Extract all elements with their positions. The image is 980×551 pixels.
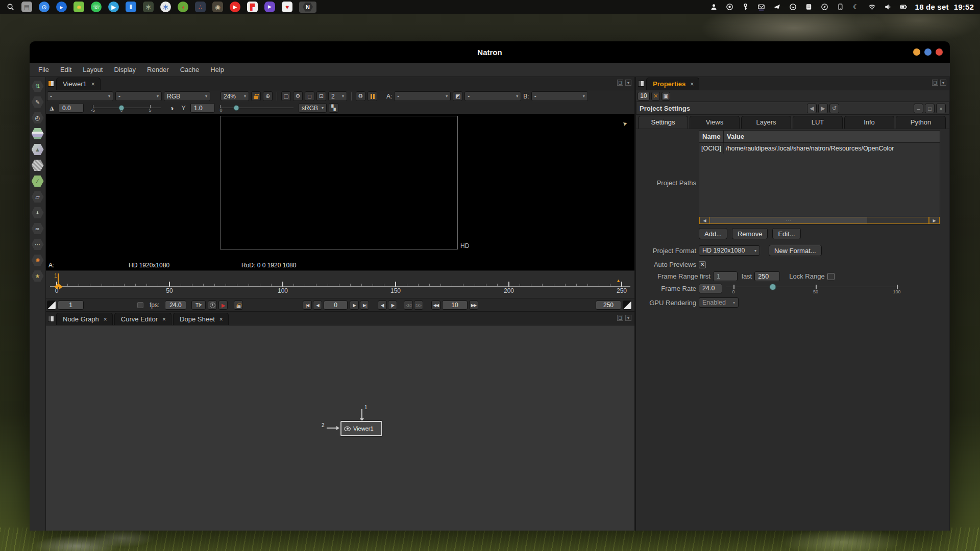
close-window-button[interactable] bbox=[936, 48, 943, 56]
new-format-button[interactable]: New Format... bbox=[769, 245, 822, 256]
zoom-lock-icon[interactable] bbox=[251, 91, 261, 101]
gain-value-field[interactable]: 0.0 bbox=[59, 103, 84, 113]
gain-slider[interactable]: -5 0 5 bbox=[93, 103, 161, 113]
archive-manager-icon[interactable]: ▤ bbox=[21, 2, 32, 12]
toolbox-color-icon[interactable]: ▲ bbox=[32, 144, 44, 155]
pane-menu-icon[interactable]: ▾ bbox=[625, 80, 631, 86]
whatsapp-icon[interactable]: ☏ bbox=[91, 2, 102, 12]
scroll-left-icon[interactable]: ◀ bbox=[699, 217, 710, 224]
trello-icon[interactable]: ‖ bbox=[126, 2, 136, 12]
max-panels-field[interactable]: 10 bbox=[638, 92, 650, 101]
range-end-field[interactable]: 250 bbox=[596, 300, 621, 310]
pause-updates-icon[interactable] bbox=[368, 91, 377, 101]
frame-advance-button[interactable]: ▶▶ bbox=[469, 300, 478, 310]
horizontal-scrollbar[interactable]: ◀ ··· ▶ bbox=[699, 217, 940, 224]
close-all-panels-button[interactable]: ✕ bbox=[651, 92, 660, 101]
wipe-mode-icon[interactable]: ◩ bbox=[453, 91, 462, 101]
full-frame-icon[interactable]: □ bbox=[305, 91, 314, 101]
first-frame-button[interactable]: |◀ bbox=[303, 300, 312, 310]
toolbox-gmic-icon[interactable]: ★ bbox=[32, 270, 44, 282]
wipe-operator-select[interactable]: -▾ bbox=[464, 91, 521, 101]
pane-menu-icon[interactable]: ▾ bbox=[625, 315, 631, 321]
tab-dope-sheet[interactable]: Dope Sheet × bbox=[173, 313, 229, 325]
clip-to-project-icon[interactable]: ▢ bbox=[281, 91, 291, 101]
frame-rate-field[interactable]: 24.0 bbox=[699, 284, 722, 293]
toolbox-image-icon[interactable]: ⇅ bbox=[32, 81, 44, 92]
youtube-music-icon[interactable]: ▶ bbox=[230, 2, 240, 12]
menu-cache[interactable]: Cache bbox=[175, 66, 205, 73]
menu-help[interactable]: Help bbox=[205, 66, 230, 73]
range-corner-button[interactable] bbox=[623, 300, 632, 310]
toolbox-views-icon[interactable]: ∞ bbox=[32, 223, 44, 234]
mail-status-icon[interactable] bbox=[757, 3, 766, 11]
frame-rate-handle[interactable] bbox=[770, 284, 776, 290]
solitaire-icon[interactable]: ♥ bbox=[282, 2, 292, 12]
node-input2-arrow[interactable] bbox=[327, 428, 337, 429]
table-row[interactable]: [OCIO] /home/rauldipeas/.local/share/nat… bbox=[699, 143, 940, 154]
toolbox-transform-icon[interactable]: + bbox=[32, 207, 44, 218]
render-settings-icon[interactable]: ⚙ bbox=[293, 91, 303, 101]
input-b-select[interactable]: -▾ bbox=[531, 91, 588, 101]
menu-edit[interactable]: Edit bbox=[55, 66, 77, 73]
close-tab-icon[interactable]: × bbox=[104, 316, 107, 323]
menu-layout[interactable]: Layout bbox=[77, 66, 108, 73]
tab-node-graph[interactable]: Node Graph × bbox=[56, 313, 113, 325]
frame-increment-field[interactable]: 10 bbox=[442, 300, 468, 310]
telegram-status-icon[interactable] bbox=[773, 3, 781, 11]
pane-layout-icon[interactable] bbox=[48, 81, 54, 87]
scroll-right-icon[interactable]: ▶ bbox=[929, 217, 940, 224]
input-a-select[interactable]: -▾ bbox=[394, 91, 451, 101]
tab-python[interactable]: Python bbox=[896, 116, 946, 129]
frame-rate-slider[interactable]: 0 50 100 bbox=[726, 282, 910, 294]
close-panel-icon[interactable]: × bbox=[936, 104, 946, 113]
frame-last-field[interactable]: 250 bbox=[754, 271, 780, 281]
telegram-icon[interactable]: ▶ bbox=[108, 2, 119, 12]
gamma-slider[interactable]: 0 bbox=[220, 103, 293, 113]
next-increment-button[interactable]: |▶ bbox=[388, 300, 397, 310]
tab-settings[interactable]: Settings bbox=[638, 116, 688, 129]
scrollbar-track[interactable]: ··· bbox=[710, 217, 929, 224]
do-not-disturb-moon-icon[interactable]: ☾ bbox=[852, 3, 861, 11]
previous-increment-button[interactable]: ◀| bbox=[378, 300, 387, 310]
toolbox-channel-icon[interactable] bbox=[32, 128, 44, 139]
smartphone-status-icon[interactable] bbox=[836, 3, 845, 11]
flower-app-icon[interactable]: ∗ bbox=[143, 2, 154, 12]
project-paths-table[interactable]: Name Value [OCIO] /home/rauldipeas/.loca… bbox=[699, 130, 940, 224]
battery-status-icon[interactable] bbox=[899, 3, 908, 11]
compass-status-icon[interactable] bbox=[820, 3, 829, 11]
timeline-mode-select[interactable]: Tl▾ bbox=[191, 300, 206, 310]
sync-viewers-icon[interactable]: ⊕ bbox=[263, 91, 273, 101]
sync-pointer-icon[interactable]: ➤ bbox=[622, 120, 628, 128]
minimize-panels-button[interactable]: ▣ bbox=[662, 92, 670, 101]
tab-viewer1[interactable]: Viewer1 × bbox=[56, 78, 101, 90]
fps-field[interactable]: 24.0 bbox=[165, 300, 186, 310]
tab-info[interactable]: Info bbox=[844, 116, 894, 129]
next-frame-button[interactable]: ▶ bbox=[350, 300, 359, 310]
refresh-viewer-icon[interactable]: ♻ bbox=[356, 91, 365, 101]
next-keyframe-button[interactable]: ▷▷ bbox=[414, 300, 423, 310]
playback-lock-icon[interactable] bbox=[234, 300, 243, 310]
float-pane-icon[interactable]: ❏ bbox=[617, 315, 623, 321]
minimize-window-button[interactable] bbox=[913, 48, 920, 56]
maximize-panel-icon[interactable]: □ bbox=[925, 104, 935, 113]
minimize-panel-icon[interactable]: – bbox=[914, 104, 923, 113]
edit-path-button[interactable]: Edit... bbox=[772, 228, 800, 239]
search-icon[interactable] bbox=[6, 3, 15, 11]
previous-frame-button[interactable]: ◀ bbox=[313, 300, 322, 310]
fps-lock-checkbox[interactable] bbox=[137, 302, 143, 308]
maximize-window-button[interactable] bbox=[924, 48, 932, 56]
gain-slider-handle[interactable] bbox=[119, 105, 125, 111]
checkerboard-icon[interactable]: ▚ bbox=[329, 103, 338, 113]
contacts-icon[interactable]: ☻ bbox=[74, 2, 84, 12]
previous-keyframe-button[interactable]: ◁◁ bbox=[404, 300, 413, 310]
toolbox-other-icon[interactable]: ⋯ bbox=[32, 239, 44, 250]
toolbox-keyer-icon[interactable]: ∕ bbox=[32, 176, 44, 187]
add-path-button[interactable]: Add... bbox=[699, 228, 727, 239]
project-settings-titlebar[interactable]: Project Settings ◀ ▶ ↺ – □ × bbox=[636, 102, 949, 115]
auto-previews-checkbox[interactable]: ✕ bbox=[699, 261, 706, 268]
tab-properties[interactable]: Properties × bbox=[646, 78, 699, 90]
notes-status-icon[interactable] bbox=[804, 3, 813, 11]
turbo-mode-icon[interactable]: ▶ bbox=[218, 300, 228, 310]
user-status-icon[interactable] bbox=[709, 3, 718, 11]
toolbox-filter-icon[interactable] bbox=[32, 160, 44, 171]
